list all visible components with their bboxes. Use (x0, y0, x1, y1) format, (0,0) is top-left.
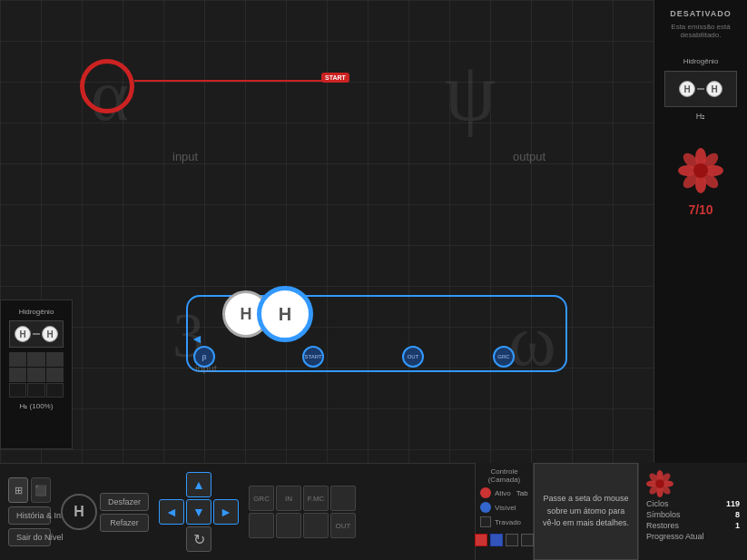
symbols-row: Símbolos 8 (646, 510, 740, 519)
camada-label: Controle (Camada) (480, 467, 528, 484)
rotate-button[interactable]: ↻ (186, 526, 211, 552)
swatch-outline-2[interactable] (521, 534, 534, 546)
swatch-blue[interactable] (490, 534, 503, 546)
arrow-up-button[interactable]: ▲ (186, 472, 211, 497)
h2-percent-label: H₂ (100%) (20, 402, 54, 410)
symbols-label: Símbolos (646, 510, 681, 519)
cycles-row: Ciclos 119 (646, 499, 740, 508)
molecule-display: H H (664, 71, 737, 107)
toolbar-section-atom: H Desfazer Refazer (57, 489, 152, 535)
restores-value: 1 (735, 521, 740, 530)
grid-btn-7[interactable] (303, 513, 329, 538)
toolbar-section-history: ⊞ ⬛ História & Info Sair do Nível (5, 474, 54, 550)
info-text: Passe a seta do mouse sobre um átomo par… (542, 493, 630, 530)
h-atom-display[interactable]: H (61, 494, 97, 530)
mini-cell (27, 368, 44, 382)
toolbar-btn-grid-container: GRC IN F.MC OUT (245, 482, 359, 542)
input-label-bottom: input (195, 363, 217, 374)
grid-btn-grc[interactable]: GRC (249, 486, 274, 511)
arrow-right-button[interactable]: ► (213, 499, 239, 525)
toolbar-icons-row: ⊞ ⬛ (8, 477, 51, 503)
status-desc: Esta emissão está desabilitado. (659, 23, 742, 39)
mini-cell (27, 352, 44, 367)
toolbar-arrows: ▲ ◄ ▼ ► ↻ (155, 468, 242, 555)
swatch-red[interactable] (475, 534, 487, 546)
hh-bond: H H (679, 81, 722, 97)
start-badge: START (321, 73, 349, 83)
progress-label: Progresso Atual (646, 532, 704, 541)
arrows-mid-row: ◄ ▼ ► (159, 499, 239, 525)
exit-level-button[interactable]: Sair do Nível (8, 528, 51, 546)
h-atom-1: H (679, 81, 695, 97)
flower-icon (678, 148, 723, 193)
atom-row: H Desfazer Refazer (61, 493, 149, 532)
stats-flower-icon (646, 470, 673, 497)
icon-btn-2[interactable]: ⬛ (31, 477, 51, 503)
mini-cell (9, 383, 26, 398)
stats-flower-row (646, 470, 740, 497)
visivel-dot (480, 502, 491, 513)
status-label: DESATIVADO (670, 9, 732, 18)
tab-hint: Tab (516, 489, 528, 497)
node-start[interactable]: START (302, 346, 324, 368)
grid-btn-5[interactable] (249, 513, 274, 538)
right-panel: DESATIVADO Esta emissão está desabilitad… (654, 0, 747, 463)
travado-label: Travado (495, 518, 521, 526)
swatch-outline-1[interactable] (506, 534, 518, 546)
mini-grid (9, 352, 64, 398)
restores-row: Restores 1 (646, 521, 740, 530)
progress-row: Progresso Atual (646, 532, 740, 541)
node-grc[interactable]: GRC (493, 346, 515, 368)
grid-btn-out[interactable]: OUT (330, 513, 356, 538)
grid-btn-fmc[interactable]: F.MC (303, 486, 329, 511)
icon-btn-1[interactable]: ⊞ (8, 477, 28, 503)
red-circle-large (80, 59, 134, 113)
h-atom-2: H (706, 81, 722, 97)
stats-panel: Ciclos 119 Símbolos 8 Restores 1 Progres… (638, 463, 747, 560)
hydrogen-title: Hidrogênio (683, 57, 719, 65)
arrows-top-row: ▲ (186, 472, 211, 497)
travado-checkbox[interactable] (480, 516, 491, 527)
symbols-value: 8 (735, 510, 740, 519)
arrow-left-button[interactable]: ◄ (159, 499, 184, 525)
mini-hh-bond: H H (15, 326, 58, 342)
ativo-dot (480, 487, 491, 498)
undo-redo-group: Desfazer Refazer (100, 493, 149, 532)
node-out[interactable]: OUT (402, 346, 424, 368)
mini-title: Hidrogênio (19, 308, 54, 316)
mini-h-atom-2: H (42, 326, 58, 342)
grid-btn-in[interactable]: IN (276, 486, 301, 511)
undo-button[interactable]: Desfazer (100, 493, 149, 511)
mini-cell (27, 383, 44, 398)
h2-label: H₂ (696, 112, 706, 121)
node-start-label: START (304, 354, 321, 359)
mini-cell (46, 368, 64, 382)
color-swatches (475, 534, 534, 546)
ativo-label: Ativo (495, 489, 511, 497)
restores-label: Restores (646, 521, 679, 530)
travado-row: Travado (480, 516, 528, 527)
atom-h-blue[interactable]: H (257, 286, 313, 342)
ativo-row: Ativo Tab (480, 487, 528, 498)
bond-line (697, 88, 704, 90)
history-info-button[interactable]: História & Info (8, 506, 51, 525)
info-panel: Passe a seta do mouse sobre um átomo par… (534, 463, 638, 560)
arrow-left-icon: ◄ (191, 331, 203, 346)
svg-point-8 (693, 163, 708, 178)
redo-button[interactable]: Refazer (100, 514, 149, 532)
mini-cell (46, 352, 64, 367)
circuit-container: H H ◄ β START OUT GRC (159, 286, 585, 395)
arrow-down-button[interactable]: ▼ (186, 499, 211, 525)
mini-bond (33, 333, 40, 335)
left-mini-panel: Hidrogênio H H H₂ (100%) (0, 300, 73, 449)
mini-cell (9, 352, 26, 367)
cycles-value: 119 (726, 499, 740, 508)
arrows-bottom-row: ↻ (186, 526, 211, 552)
grid-btn-6[interactable] (276, 513, 301, 538)
btn-grid: GRC IN F.MC OUT (249, 486, 356, 538)
grid-btn-4[interactable] (330, 486, 356, 511)
mini-h-atom-1: H (15, 326, 31, 342)
visivel-label: Visível (495, 504, 516, 512)
cycles-label: Ciclos (646, 499, 669, 508)
mini-cell (9, 368, 26, 382)
